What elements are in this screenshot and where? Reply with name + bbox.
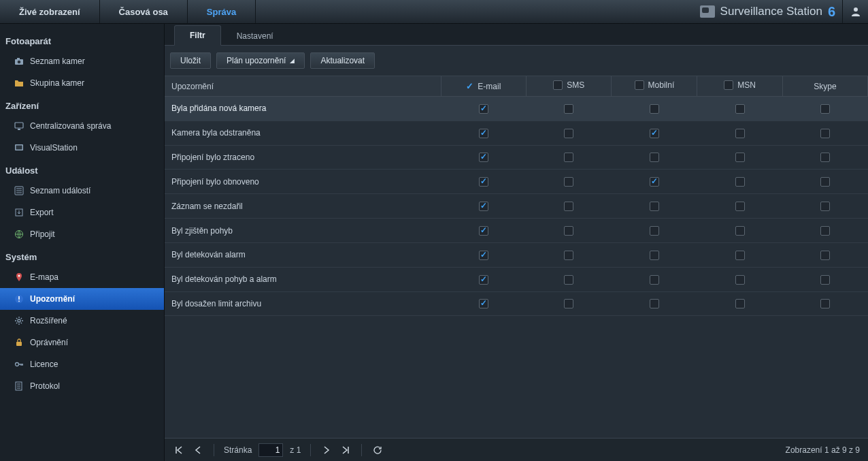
sidebar-item[interactable]: Skupina kamer bbox=[0, 72, 164, 94]
checkbox[interactable] bbox=[564, 153, 573, 162]
checkbox[interactable] bbox=[479, 177, 488, 187]
checkbox[interactable] bbox=[479, 299, 488, 308]
sidebar-item[interactable]: Centralizovaná správa bbox=[0, 115, 164, 137]
sidebar-item[interactable]: Rozšířené bbox=[0, 310, 164, 332]
prev-page-button[interactable] bbox=[192, 444, 204, 456]
sidebar-item[interactable]: Protokol bbox=[0, 375, 164, 397]
alert-icon bbox=[14, 293, 24, 304]
checkbox[interactable] bbox=[650, 104, 659, 114]
inner-tab[interactable]: Filtr bbox=[174, 25, 221, 46]
col-mobile[interactable]: Mobilní bbox=[612, 76, 697, 97]
checkbox[interactable] bbox=[564, 226, 573, 236]
save-button[interactable]: Uložit bbox=[170, 52, 211, 69]
checkbox[interactable] bbox=[820, 129, 830, 138]
sidebar-item[interactable]: Oprávnění bbox=[0, 332, 164, 353]
user-menu[interactable] bbox=[842, 0, 868, 23]
sidebar-item[interactable]: Seznam událostí bbox=[0, 180, 164, 202]
table-row[interactable]: Byla přidána nová kamera bbox=[165, 97, 868, 121]
sidebar-item[interactable]: Upozornění bbox=[0, 288, 164, 310]
checkbox[interactable] bbox=[820, 177, 830, 187]
checkbox[interactable] bbox=[553, 80, 563, 90]
sidebar-item-label: Oprávnění bbox=[30, 338, 68, 347]
table-row[interactable]: Byl dosažen limit archivu bbox=[165, 291, 868, 316]
sidebar-item[interactable]: VisualStation bbox=[0, 137, 164, 159]
checkbox[interactable] bbox=[564, 177, 573, 187]
sidebar: FotoaparátSeznam kamerSkupina kamerZaříz… bbox=[0, 24, 165, 461]
table-row[interactable]: Připojení bylo obnoveno bbox=[165, 170, 868, 194]
checkbox[interactable] bbox=[724, 80, 733, 90]
col-skype-label: Skype bbox=[814, 82, 836, 91]
checkbox[interactable] bbox=[479, 251, 488, 260]
col-notification[interactable]: Upozornění bbox=[165, 76, 441, 97]
refresh-button[interactable]: Aktualizovat bbox=[310, 52, 375, 69]
top-nav-tab[interactable]: Správa bbox=[188, 0, 256, 23]
checkbox-cell bbox=[526, 121, 612, 145]
checkbox[interactable] bbox=[820, 226, 830, 236]
checkbox[interactable] bbox=[735, 202, 745, 211]
checkbox[interactable] bbox=[820, 251, 830, 260]
checkbox[interactable] bbox=[820, 275, 830, 285]
checkbox[interactable] bbox=[650, 177, 659, 187]
checkbox-cell bbox=[526, 97, 612, 121]
reload-button[interactable] bbox=[371, 444, 384, 456]
checkbox[interactable] bbox=[820, 202, 830, 211]
checkbox[interactable] bbox=[564, 251, 573, 260]
col-msn[interactable]: MSN bbox=[697, 76, 783, 97]
checkbox[interactable] bbox=[735, 226, 745, 236]
inner-tab[interactable]: Nastavení bbox=[221, 26, 289, 46]
checkbox[interactable] bbox=[820, 153, 830, 162]
table-row[interactable]: Záznam se nezdařil bbox=[165, 194, 868, 219]
checkbox[interactable] bbox=[735, 153, 745, 162]
checkbox[interactable] bbox=[479, 104, 488, 114]
checkbox[interactable] bbox=[735, 275, 745, 285]
checkbox[interactable] bbox=[479, 226, 488, 236]
checkbox[interactable] bbox=[650, 251, 659, 260]
checkbox[interactable] bbox=[564, 104, 573, 114]
checkbox[interactable] bbox=[735, 104, 745, 114]
col-email[interactable]: ✓ E-mail bbox=[441, 76, 526, 97]
checkbox[interactable] bbox=[820, 299, 830, 308]
checkbox[interactable] bbox=[735, 251, 745, 260]
last-page-button[interactable] bbox=[339, 444, 352, 456]
next-page-button[interactable] bbox=[320, 444, 333, 456]
first-page-button[interactable] bbox=[173, 444, 185, 456]
checkbox[interactable] bbox=[650, 202, 659, 211]
top-nav-tab[interactable]: Časová osa bbox=[100, 0, 188, 23]
checkbox[interactable] bbox=[564, 202, 573, 211]
checkbox[interactable] bbox=[735, 177, 745, 187]
table-row[interactable]: Byl zjištěn pohyb bbox=[165, 219, 868, 243]
sidebar-item[interactable]: Export bbox=[0, 202, 164, 223]
checkbox[interactable] bbox=[635, 80, 644, 90]
table-row[interactable]: Připojení bylo ztraceno bbox=[165, 145, 868, 170]
sidebar-item[interactable]: Licence bbox=[0, 353, 164, 375]
checkbox[interactable] bbox=[650, 226, 659, 236]
page-input[interactable] bbox=[258, 443, 283, 457]
checkbox[interactable] bbox=[479, 153, 488, 162]
checkbox[interactable] bbox=[479, 129, 488, 138]
table-row[interactable]: Kamera byla odstraněna bbox=[165, 121, 868, 145]
checkbox[interactable] bbox=[564, 275, 573, 285]
col-skype[interactable]: Skype bbox=[782, 76, 867, 97]
svg-point-3 bbox=[18, 61, 21, 64]
checkbox[interactable] bbox=[650, 153, 659, 162]
table-row[interactable]: Byl detekován pohyb a alarm bbox=[165, 267, 868, 291]
sidebar-item[interactable]: Připojit bbox=[0, 223, 164, 245]
notification-label-cell: Připojení bylo ztraceno bbox=[165, 145, 441, 170]
checkbox[interactable] bbox=[479, 275, 488, 285]
schedule-button[interactable]: Plán upozornění ◢ bbox=[216, 52, 305, 69]
checkbox[interactable] bbox=[564, 129, 573, 138]
checkbox[interactable] bbox=[650, 275, 659, 285]
checkbox[interactable] bbox=[650, 129, 659, 138]
checkbox[interactable] bbox=[820, 104, 830, 114]
sidebar-item[interactable]: Seznam kamer bbox=[0, 50, 164, 72]
checkbox-cell bbox=[526, 194, 612, 219]
sidebar-item[interactable]: E-mapa bbox=[0, 266, 164, 288]
checkbox[interactable] bbox=[650, 299, 659, 308]
top-nav-tab[interactable]: Živé zobrazení bbox=[0, 0, 100, 23]
table-row[interactable]: Byl detekován alarm bbox=[165, 242, 868, 267]
checkbox[interactable] bbox=[479, 202, 488, 211]
checkbox[interactable] bbox=[735, 129, 745, 138]
col-sms[interactable]: SMS bbox=[526, 76, 612, 97]
checkbox[interactable] bbox=[564, 299, 573, 308]
checkbox[interactable] bbox=[735, 299, 745, 308]
